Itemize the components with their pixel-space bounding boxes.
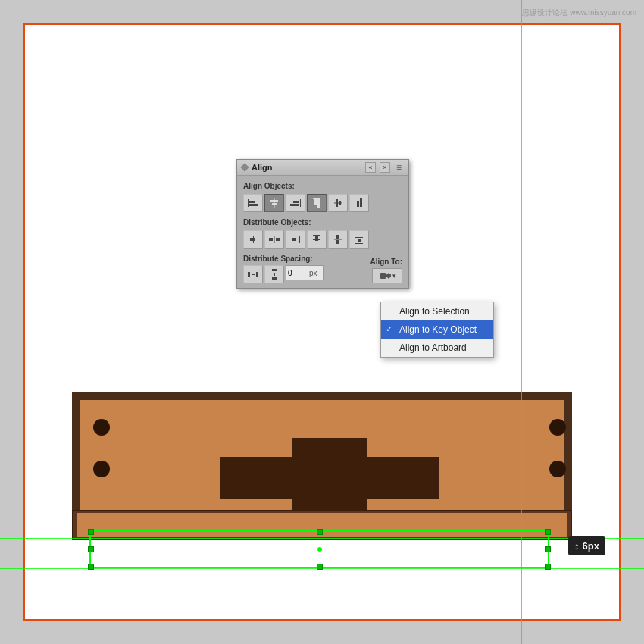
svg-rect-43 bbox=[386, 274, 391, 277]
px-label: px bbox=[309, 269, 319, 277]
emblem-left bbox=[220, 457, 261, 499]
svg-rect-37 bbox=[256, 272, 258, 277]
panel-diamond-icon bbox=[240, 163, 249, 171]
px-input-container[interactable]: px bbox=[286, 265, 324, 280]
svg-rect-1 bbox=[249, 201, 255, 203]
svg-rect-31 bbox=[336, 235, 339, 239]
svg-rect-11 bbox=[317, 199, 320, 208]
svg-rect-32 bbox=[336, 240, 339, 244]
svg-rect-9 bbox=[313, 198, 320, 199]
dropdown-item-align-artboard[interactable]: Align to Artboard bbox=[381, 339, 493, 357]
distribute-right-button[interactable] bbox=[286, 230, 305, 249]
handle-bottom-middle[interactable] bbox=[317, 564, 323, 570]
furniture-object[interactable] bbox=[72, 392, 572, 540]
px-input-field[interactable] bbox=[286, 269, 309, 277]
handle-top-middle[interactable] bbox=[317, 529, 323, 535]
align-to-dropdown-menu[interactable]: Align to Selection Align to Key Object A… bbox=[380, 302, 494, 358]
svg-rect-27 bbox=[313, 235, 320, 236]
align-bottom-button[interactable] bbox=[349, 194, 369, 212]
emblem-right bbox=[398, 457, 439, 499]
watermark: 思缘设计论坛 www.missyuan.com bbox=[522, 8, 636, 18]
align-panel: Align « × ≡ Align Objects: bbox=[236, 159, 409, 289]
svg-rect-16 bbox=[357, 201, 359, 207]
distribute-spacing-h-button[interactable] bbox=[243, 265, 263, 283]
svg-rect-15 bbox=[355, 208, 363, 208]
svg-rect-42 bbox=[380, 273, 386, 279]
distribute-spacing-label: Distribute Spacing: bbox=[243, 255, 324, 263]
svg-rect-2 bbox=[249, 204, 258, 206]
svg-rect-10 bbox=[314, 199, 317, 205]
handle-middle-left[interactable] bbox=[88, 546, 94, 552]
svg-rect-26 bbox=[292, 238, 296, 241]
handle-bottom-right[interactable] bbox=[545, 564, 551, 570]
align-to-label: Align To: bbox=[370, 258, 402, 266]
svg-rect-30 bbox=[334, 239, 342, 240]
panel-titlebar[interactable]: Align « × ≡ bbox=[237, 160, 408, 176]
svg-rect-38 bbox=[252, 274, 255, 275]
svg-rect-40 bbox=[272, 277, 277, 280]
svg-rect-14 bbox=[339, 201, 341, 205]
panel-menu-button[interactable]: ≡ bbox=[394, 162, 404, 173]
align-to-dropdown[interactable]: ▾ bbox=[372, 268, 402, 283]
spacing-section: Distribute Spacing: px bbox=[243, 255, 402, 283]
svg-rect-5 bbox=[272, 203, 277, 205]
distribute-top-button[interactable] bbox=[307, 230, 327, 249]
distribute-spacing-buttons: px bbox=[243, 265, 324, 283]
align-to-group: Align To: ▾ bbox=[370, 258, 402, 283]
align-top-button[interactable] bbox=[307, 194, 327, 212]
dropdown-item-align-selection[interactable]: Align to Selection bbox=[381, 302, 493, 320]
svg-rect-35 bbox=[358, 239, 361, 242]
svg-rect-6 bbox=[300, 199, 301, 207]
align-middle-vertical-button[interactable] bbox=[328, 194, 348, 212]
distribute-objects-buttons bbox=[243, 230, 402, 249]
selection-center-point bbox=[317, 547, 322, 552]
stud-top-right bbox=[549, 419, 566, 436]
svg-rect-39 bbox=[272, 269, 277, 271]
svg-rect-25 bbox=[299, 236, 300, 243]
svg-rect-29 bbox=[315, 236, 318, 241]
distribute-spacing-group: Distribute Spacing: px bbox=[243, 255, 324, 283]
align-right-button[interactable] bbox=[286, 194, 305, 212]
distribute-spacing-v-button[interactable] bbox=[264, 265, 284, 283]
svg-rect-34 bbox=[355, 243, 363, 244]
panel-title-left: Align bbox=[242, 163, 273, 172]
svg-rect-41 bbox=[274, 273, 275, 276]
panel-title: Align bbox=[252, 163, 273, 172]
handle-top-left[interactable] bbox=[88, 529, 94, 535]
svg-rect-36 bbox=[248, 272, 250, 277]
distribute-middle-v-button[interactable] bbox=[328, 230, 348, 249]
panel-collapse-button[interactable]: « bbox=[365, 162, 376, 173]
dropdown-item-align-key-object[interactable]: Align to Key Object bbox=[381, 320, 493, 339]
distribute-objects-section: Distribute Objects: bbox=[243, 218, 402, 249]
svg-rect-7 bbox=[293, 201, 299, 203]
svg-rect-13 bbox=[336, 199, 338, 207]
handle-middle-right[interactable] bbox=[545, 546, 551, 552]
resize-icon: ↕ bbox=[574, 540, 580, 552]
furniture-emblem bbox=[220, 438, 439, 517]
panel-controls: « × ≡ bbox=[365, 162, 404, 173]
svg-rect-23 bbox=[276, 238, 280, 241]
resize-tooltip: ↕ 6px bbox=[568, 536, 605, 555]
distribute-bottom-button[interactable] bbox=[349, 230, 369, 249]
distribute-center-h-button[interactable] bbox=[264, 230, 284, 249]
stud-top-left bbox=[93, 419, 110, 436]
distribute-left-button[interactable] bbox=[243, 230, 263, 249]
stud-bottom-right bbox=[549, 461, 566, 477]
emblem-center bbox=[258, 457, 402, 499]
align-objects-buttons bbox=[243, 194, 402, 212]
panel-body: Align Objects: bbox=[237, 176, 408, 288]
resize-value: 6px bbox=[583, 540, 599, 552]
svg-rect-22 bbox=[269, 238, 273, 241]
panel-close-button[interactable]: × bbox=[380, 162, 390, 173]
align-left-button[interactable] bbox=[243, 194, 263, 212]
handle-bottom-left[interactable] bbox=[88, 564, 94, 570]
handle-top-right[interactable] bbox=[545, 529, 551, 535]
svg-marker-44 bbox=[387, 273, 390, 274]
selection-box[interactable] bbox=[89, 530, 549, 568]
stud-bottom-left bbox=[93, 461, 110, 477]
svg-rect-4 bbox=[270, 200, 278, 202]
svg-rect-18 bbox=[249, 236, 249, 243]
svg-rect-0 bbox=[248, 199, 249, 207]
furniture-main-body bbox=[72, 392, 572, 517]
align-center-horizontal-button[interactable] bbox=[264, 194, 284, 212]
